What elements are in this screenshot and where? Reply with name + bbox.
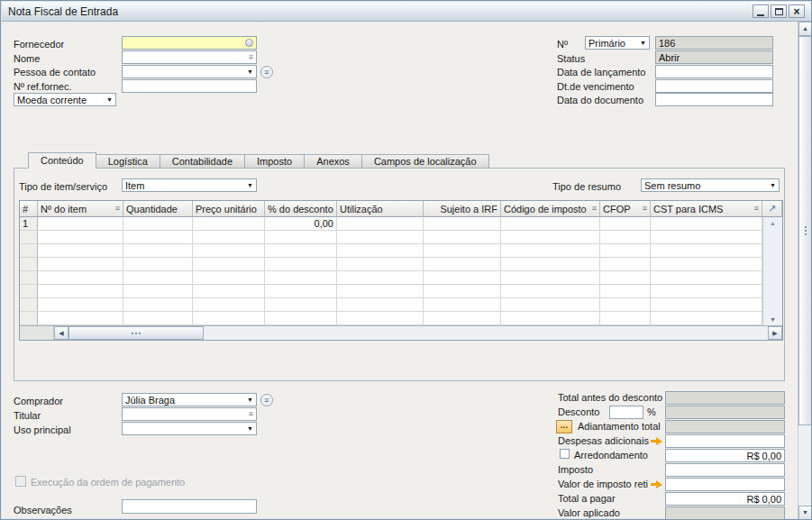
table-cell[interactable] [651, 231, 762, 244]
tab-anexos[interactable]: Anexos [305, 154, 362, 169]
table-cell[interactable] [193, 244, 265, 258]
table-row[interactable] [20, 285, 762, 298]
comprador-select[interactable]: Júlia Braga ▼ [122, 393, 257, 406]
chevron-down-icon[interactable]: ▼ [640, 40, 646, 46]
table-cell[interactable] [600, 312, 651, 325]
table-cell[interactable] [501, 285, 600, 298]
table-cell[interactable] [424, 258, 501, 271]
nome-input[interactable]: ≡ [122, 50, 257, 64]
table-cell[interactable] [20, 271, 38, 285]
table-cell[interactable] [20, 298, 38, 312]
summary-type-select[interactable]: Sem resumo ▼ [641, 178, 780, 192]
table-cell[interactable] [600, 271, 651, 285]
table-cell[interactable] [123, 298, 193, 312]
titlebar[interactable]: Nota Fiscal de Entrada × [2, 2, 811, 22]
moeda-select[interactable]: Moeda corrente ▼ [14, 93, 116, 106]
grid-horizontal-scrollbar[interactable]: ◀ ▶ [20, 325, 782, 340]
table-cell[interactable] [193, 271, 265, 285]
table-cell[interactable] [265, 231, 337, 244]
tab-logistica[interactable]: Logística [96, 154, 160, 169]
uso-principal-select[interactable]: ▼ [122, 422, 257, 435]
titular-input[interactable]: ≡ [122, 407, 257, 421]
column-header-preco[interactable]: Preço unitário [193, 201, 265, 217]
table-cell[interactable] [193, 298, 265, 312]
withholding-tax-field[interactable] [665, 478, 785, 491]
table-cell[interactable] [193, 312, 265, 325]
table-cell[interactable] [337, 244, 424, 258]
tab-campos-localizacao[interactable]: Campos de localização [362, 154, 489, 169]
table-cell[interactable] [337, 217, 424, 231]
chevron-down-icon[interactable]: ▼ [247, 397, 253, 403]
table-cell[interactable] [337, 312, 424, 325]
table-cell[interactable] [424, 271, 501, 285]
close-button[interactable]: × [789, 5, 805, 18]
table-cell[interactable] [600, 231, 651, 244]
table-cell[interactable] [651, 312, 762, 325]
rounding-checkbox[interactable] [560, 449, 570, 459]
column-header-item[interactable]: Nº do item≡ [38, 201, 123, 217]
table-cell[interactable] [123, 285, 193, 298]
table-cell[interactable] [193, 231, 265, 244]
table-cell[interactable] [600, 217, 651, 231]
table-cell[interactable] [501, 298, 600, 312]
table-cell[interactable] [501, 258, 600, 271]
contact-detail-icon[interactable]: ≡ [260, 66, 273, 78]
table-cell[interactable] [651, 285, 762, 298]
table-cell[interactable] [123, 258, 193, 271]
tab-conteudo[interactable]: Conteúdo [28, 152, 96, 169]
table-cell[interactable] [600, 258, 651, 271]
table-cell[interactable] [20, 285, 38, 298]
table-cell[interactable] [38, 217, 123, 231]
table-cell[interactable] [265, 271, 337, 285]
scroll-down-icon[interactable]: ▼ [763, 314, 782, 325]
table-cell[interactable] [651, 217, 762, 231]
table-cell[interactable] [600, 244, 651, 258]
chevron-down-icon[interactable]: ▼ [247, 425, 253, 432]
table-cell[interactable] [501, 217, 600, 231]
discount-percent-input[interactable] [609, 406, 643, 419]
tab-contabilidade[interactable]: Contabilidade [160, 154, 245, 169]
table-cell[interactable] [651, 258, 762, 271]
table-cell[interactable] [265, 244, 337, 258]
rounding-field[interactable]: R$ 0,00 [665, 449, 785, 462]
ref-fornec-input[interactable] [122, 79, 257, 93]
observacoes-input[interactable] [122, 499, 257, 514]
table-cell[interactable] [651, 244, 762, 258]
table-cell[interactable] [123, 312, 193, 325]
table-cell[interactable] [424, 244, 501, 258]
table-cell[interactable] [193, 285, 265, 298]
total-due-field[interactable]: R$ 0,00 [665, 492, 785, 506]
table-cell[interactable] [38, 271, 123, 285]
fornecedor-input[interactable] [122, 36, 257, 50]
column-header-utilizacao[interactable]: Utilização [337, 201, 424, 217]
table-cell[interactable] [38, 258, 123, 271]
table-row[interactable] [20, 258, 762, 271]
chevron-down-icon[interactable]: ▼ [106, 96, 113, 103]
column-header-codigo-imposto[interactable]: Código de imposto≡ [501, 201, 600, 217]
column-header-irf[interactable]: Sujeito a IRF [424, 201, 501, 217]
table-cell[interactable] [651, 298, 762, 312]
scroll-right-button[interactable]: ▶ [768, 326, 782, 340]
chevron-down-icon[interactable]: ▼ [247, 68, 253, 75]
advance-browse-button[interactable]: ... [556, 420, 572, 433]
table-cell[interactable] [337, 285, 424, 298]
pessoa-contato-select[interactable]: ▼ [122, 65, 257, 78]
table-cell[interactable] [38, 298, 123, 312]
table-cell[interactable] [265, 258, 337, 271]
table-cell[interactable] [424, 298, 501, 312]
scroll-up-button[interactable]: ▲ [798, 22, 812, 36]
column-header-rownum[interactable]: # [20, 201, 38, 217]
table-row[interactable]: 10,00 [20, 217, 762, 231]
table-cell[interactable] [501, 231, 600, 244]
minimize-button[interactable] [753, 5, 769, 18]
table-cell[interactable] [501, 271, 600, 285]
scrollbar-thumb[interactable] [68, 326, 204, 340]
scroll-left-button[interactable]: ◀ [54, 326, 68, 340]
table-cell[interactable] [20, 231, 38, 244]
table-row[interactable] [20, 244, 762, 258]
grid-vertical-scrollbar[interactable]: ▲ ▼ [762, 217, 782, 325]
column-header-desconto[interactable]: % do desconto [265, 201, 337, 217]
tab-imposto[interactable]: Imposto [245, 154, 305, 169]
table-cell[interactable] [193, 217, 265, 231]
scrollbar-thumb[interactable] [798, 36, 812, 425]
